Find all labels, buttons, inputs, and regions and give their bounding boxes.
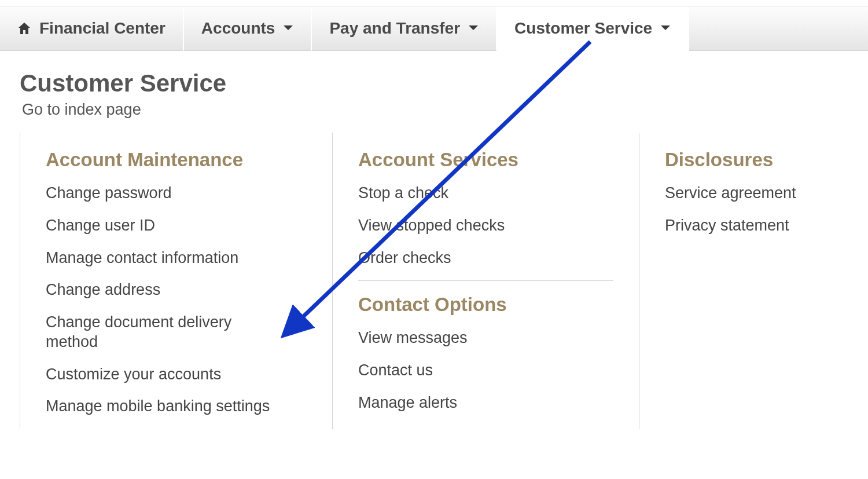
caret-down-icon bbox=[283, 25, 293, 32]
link-view-messages[interactable]: View messages bbox=[358, 328, 590, 348]
link-manage-contact-information[interactable]: Manage contact information bbox=[46, 248, 277, 268]
tab-financial-center[interactable]: Financial Center bbox=[0, 6, 184, 51]
link-contact-us[interactable]: Contact us bbox=[358, 361, 590, 381]
heading-account-services: Account Services bbox=[358, 149, 613, 171]
col-disclosures: Disclosures Service agreement Privacy st… bbox=[639, 133, 848, 429]
link-privacy-statement[interactable]: Privacy statement bbox=[665, 216, 823, 236]
tab-label: Customer Service bbox=[514, 19, 652, 38]
link-change-password[interactable]: Change password bbox=[46, 184, 277, 203]
col-services-contact: Account Services Stop a check View stopp… bbox=[332, 133, 639, 429]
tab-accounts[interactable]: Accounts bbox=[184, 6, 312, 51]
tab-spacer bbox=[689, 6, 868, 51]
col-account-maintenance: Account Maintenance Change password Chan… bbox=[20, 133, 332, 429]
link-change-address[interactable]: Change address bbox=[46, 280, 277, 300]
index-page-link[interactable]: Go to index page bbox=[22, 101, 848, 119]
caret-down-icon bbox=[468, 25, 479, 32]
caret-down-icon bbox=[660, 25, 671, 32]
tab-label: Accounts bbox=[201, 19, 275, 38]
link-stop-a-check[interactable]: Stop a check bbox=[358, 184, 590, 203]
section-divider bbox=[358, 280, 613, 281]
page-body: Customer Service Go to index page Accoun… bbox=[0, 51, 868, 429]
link-customize-your-accounts[interactable]: Customize your accounts bbox=[46, 365, 277, 385]
tab-customer-service[interactable]: Customer Service bbox=[497, 6, 689, 51]
link-manage-alerts[interactable]: Manage alerts bbox=[358, 393, 590, 413]
link-manage-mobile-banking-settings[interactable]: Manage mobile banking settings bbox=[46, 397, 277, 416]
top-nav: Financial Center Accounts Pay and Transf… bbox=[0, 6, 868, 51]
link-service-agreement[interactable]: Service agreement bbox=[665, 184, 823, 203]
heading-disclosures: Disclosures bbox=[665, 149, 823, 171]
heading-account-maintenance: Account Maintenance bbox=[46, 149, 307, 171]
page-title: Customer Service bbox=[20, 70, 848, 97]
tab-label: Pay and Transfer bbox=[329, 19, 460, 38]
tab-label: Financial Center bbox=[39, 19, 165, 38]
home-icon bbox=[17, 22, 31, 35]
link-change-user-id[interactable]: Change user ID bbox=[46, 216, 277, 236]
link-change-document-delivery-method[interactable]: Change document delivery method bbox=[46, 313, 277, 352]
tab-pay-and-transfer[interactable]: Pay and Transfer bbox=[312, 6, 497, 51]
link-order-checks[interactable]: Order checks bbox=[358, 248, 590, 268]
heading-contact-options: Contact Options bbox=[358, 294, 613, 316]
columns: Account Maintenance Change password Chan… bbox=[20, 133, 848, 429]
link-view-stopped-checks[interactable]: View stopped checks bbox=[358, 216, 590, 236]
